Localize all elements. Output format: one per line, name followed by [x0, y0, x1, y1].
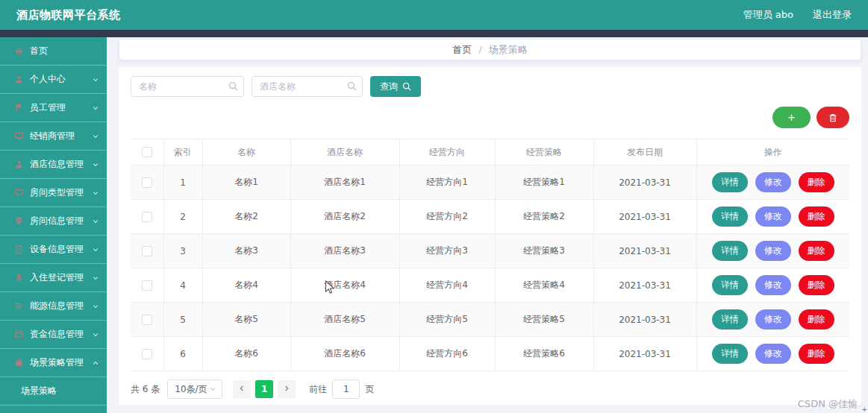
cell-strategy: 经营策略6: [495, 337, 593, 371]
search-icon: [228, 81, 238, 91]
sidebar-item[interactable]: 入住登记管理: [0, 264, 107, 292]
batch-delete-button[interactable]: [817, 107, 849, 128]
flag-icon: [14, 103, 25, 113]
header-divider-bar: [0, 30, 868, 37]
sidebar-item[interactable]: 场景策略: [0, 377, 107, 406]
row-checkbox[interactable]: [142, 212, 152, 222]
total-count: 共 6 条: [131, 383, 160, 396]
column-header: 酒店名称: [290, 139, 399, 165]
detail-button[interactable]: 详情: [712, 172, 748, 192]
delete-button[interactable]: 删除: [799, 206, 834, 227]
row-checkbox[interactable]: [142, 246, 152, 256]
column-header: 操作: [696, 139, 849, 165]
select-all-checkbox[interactable]: [142, 147, 152, 157]
sidebar-item[interactable]: 员工管理: [0, 94, 107, 122]
detail-button[interactable]: 详情: [712, 344, 748, 364]
corner-mark: +: [861, 406, 867, 413]
detail-button[interactable]: 详情: [712, 241, 748, 261]
column-header: 索引: [163, 139, 202, 165]
logout-link[interactable]: 退出登录: [813, 8, 852, 22]
chevron-down-icon: [92, 76, 99, 83]
cell-name: 名称6: [202, 337, 290, 371]
cell-publish-date: 2021-03-31: [593, 200, 696, 234]
row-checkbox[interactable]: [142, 315, 152, 325]
table-row: 1 名称1 酒店名称1 经营方向1 经营策略1 2021-03-31 详情 修改…: [131, 165, 849, 200]
sidebar-item[interactable]: 房间类型管理: [0, 179, 107, 207]
detail-button[interactable]: 详情: [712, 309, 748, 330]
delete-button[interactable]: 删除: [799, 275, 834, 295]
edit-button[interactable]: 修改: [755, 309, 791, 330]
cell-direction: 经营方向5: [399, 303, 495, 337]
cell-publish-date: 2021-03-31: [593, 234, 696, 268]
sidebar-item-label: 资金信息管理: [30, 328, 92, 341]
admin-user-label[interactable]: 管理员 abo: [743, 8, 793, 22]
sidebar-item[interactable]: 首页: [0, 37, 107, 66]
row-checkbox[interactable]: [142, 349, 152, 359]
edit-button[interactable]: 修改: [755, 206, 791, 227]
add-button[interactable]: +: [772, 107, 811, 128]
edit-button[interactable]: 修改: [755, 344, 791, 364]
page-size-select[interactable]: 10条/页: [167, 379, 222, 399]
goto-page-input[interactable]: [332, 379, 360, 399]
delete-button[interactable]: 删除: [799, 241, 834, 261]
cell-publish-date: 2021-03-31: [593, 165, 696, 200]
cell-strategy: 经营策略2: [495, 200, 593, 234]
table-row: 6 名称6 酒店名称6 经营方向6 经营策略6 2021-03-31 详情 修改…: [131, 337, 849, 371]
name-search-input[interactable]: [131, 76, 244, 97]
search-row: 查询: [131, 76, 849, 97]
app-title: 酒店物联网平台系统: [16, 8, 121, 22]
data-table: 索引 名称 酒店名称 经营方向 经营策略 发布日期: [131, 139, 849, 371]
goto-unit: 页: [365, 383, 374, 396]
cell-direction: 经营方向2: [399, 200, 495, 234]
cell-hotel-name: 酒店名称5: [290, 303, 399, 337]
sidebar-item[interactable]: 酒店信息管理: [0, 151, 107, 179]
cell-hotel-name: 酒店名称2: [290, 200, 399, 234]
delete-button[interactable]: 删除: [799, 309, 834, 330]
chevron-down-icon: [92, 218, 99, 225]
edit-button[interactable]: 修改: [755, 241, 791, 261]
edit-button[interactable]: 修改: [755, 172, 791, 192]
cell-strategy: 经营策略4: [495, 268, 593, 303]
cell-strategy: 经营策略1: [495, 165, 593, 200]
table-row: 2 名称2 酒店名称2 经营方向2 经营策略2 2021-03-31 详情 修改…: [131, 200, 849, 234]
cell-name: 名称1: [202, 165, 290, 200]
row-checkbox[interactable]: [142, 177, 152, 188]
next-page-button[interactable]: [278, 380, 296, 398]
detail-button[interactable]: 详情: [712, 206, 748, 227]
chat-icon: [14, 188, 25, 198]
sidebar-item[interactable]: 设备信息管理: [0, 236, 107, 264]
table-row: 5 名称5 酒店名称5 经营方向5 经营策略5 2021-03-31 详情 修改…: [131, 303, 849, 337]
query-button[interactable]: 查询: [370, 76, 421, 97]
column-header: 经营策略: [495, 139, 593, 165]
edit-button[interactable]: 修改: [755, 275, 791, 295]
home-icon: [14, 46, 25, 57]
sidebar-item[interactable]: 资金信息管理: [0, 321, 107, 349]
delete-button[interactable]: 删除: [799, 344, 834, 364]
card-icon: [14, 330, 25, 340]
detail-button[interactable]: 详情: [712, 275, 748, 295]
trash-icon: [828, 113, 838, 123]
list-icon: [14, 301, 25, 312]
sidebar-item[interactable]: 个人中心: [0, 66, 107, 94]
cell-direction: 经营方向1: [399, 165, 495, 200]
cell-name: 名称4: [202, 268, 290, 303]
plus-icon: +: [788, 110, 796, 124]
app: 酒店物联网平台系统 管理员 abo 退出登录 首页 个人中心: [0, 0, 868, 413]
sidebar-item-label: 房间信息管理: [30, 215, 92, 227]
delete-button[interactable]: 删除: [799, 172, 834, 192]
sidebar-item[interactable]: 场景策略管理: [0, 349, 107, 377]
pin-icon: [14, 216, 25, 227]
breadcrumb-home[interactable]: 首页: [452, 43, 472, 57]
hotel-name-search-input[interactable]: [252, 76, 363, 97]
cell-direction: 经营方向4: [399, 268, 495, 303]
sidebar-item-label: 能源信息管理: [30, 300, 92, 312]
cell-index: 1: [163, 165, 202, 200]
prev-page-button[interactable]: [233, 380, 251, 398]
search-icon: [402, 82, 411, 91]
cell-index: 5: [163, 303, 202, 337]
page-number-active[interactable]: 1: [255, 380, 273, 398]
sidebar-item[interactable]: 能源信息管理: [0, 292, 107, 321]
sidebar-item[interactable]: 房间信息管理: [0, 207, 107, 236]
row-checkbox[interactable]: [142, 280, 152, 291]
sidebar-item[interactable]: 经销商管理: [0, 122, 107, 151]
